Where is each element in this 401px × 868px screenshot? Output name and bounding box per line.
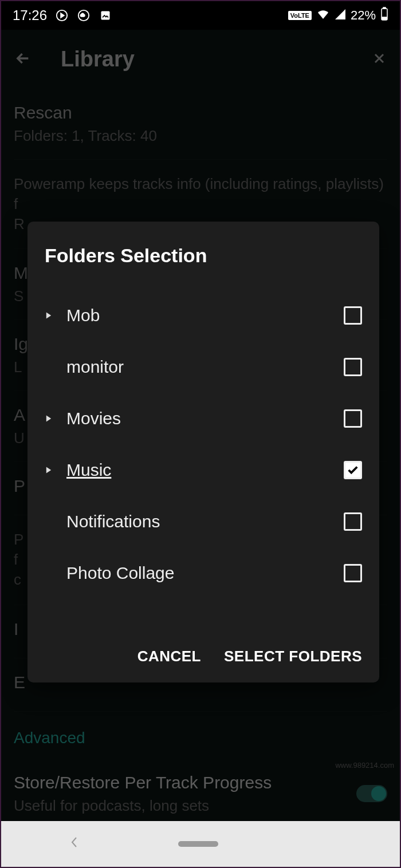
folder-row[interactable]: Mob <box>45 290 362 341</box>
folder-row[interactable]: Movies <box>45 393 362 444</box>
folder-row[interactable]: Notifications <box>45 496 362 547</box>
signal-icon <box>335 7 346 23</box>
folder-checkbox[interactable] <box>344 512 362 531</box>
image-icon <box>99 9 112 22</box>
dialog-title: Folders Selection <box>27 239 379 290</box>
folders-selection-dialog: Folders Selection MobmonitorMoviesMusicN… <box>27 222 379 682</box>
select-folders-button[interactable]: SELECT FOLDERS <box>224 648 362 665</box>
folder-checkbox[interactable] <box>344 358 362 376</box>
android-nav-bar <box>1 821 400 867</box>
status-time: 17:26 <box>13 7 47 23</box>
folder-checkbox[interactable] <box>344 409 362 428</box>
play-circle-icon <box>55 9 69 22</box>
folder-row[interactable]: Photo Collage <box>45 547 362 599</box>
folder-checkbox[interactable] <box>344 461 362 479</box>
svg-rect-2 <box>101 11 110 20</box>
folder-label: Music <box>62 460 344 480</box>
folder-label: Movies <box>62 409 344 428</box>
folder-checkbox[interactable] <box>344 306 362 325</box>
folder-checkbox[interactable] <box>344 564 362 582</box>
folder-row[interactable]: Music <box>45 444 362 496</box>
status-bar: 17:26 VoLTE 22% <box>1 1 400 30</box>
wifi-icon <box>316 7 330 23</box>
expand-triangle-icon[interactable] <box>45 415 62 423</box>
battery-percent: 22% <box>351 8 376 23</box>
expand-triangle-icon[interactable] <box>45 311 62 319</box>
volte-badge: VoLTE <box>288 11 312 20</box>
expand-triangle-icon[interactable] <box>45 466 62 474</box>
svg-rect-5 <box>382 17 387 19</box>
folder-label: Photo Collage <box>62 563 344 583</box>
cancel-button[interactable]: CANCEL <box>137 648 201 665</box>
folder-list[interactable]: MobmonitorMoviesMusicNotificationsPhoto … <box>27 290 379 633</box>
folder-label: Mob <box>62 306 344 325</box>
folder-label: monitor <box>62 357 344 377</box>
folder-label: Notifications <box>62 512 344 531</box>
svg-rect-4 <box>383 7 386 9</box>
nav-home-pill[interactable] <box>178 841 218 847</box>
nav-back-icon[interactable] <box>70 835 79 853</box>
battery-icon <box>380 7 388 24</box>
folder-row[interactable]: monitor <box>45 341 362 393</box>
cloud-icon <box>77 9 91 22</box>
